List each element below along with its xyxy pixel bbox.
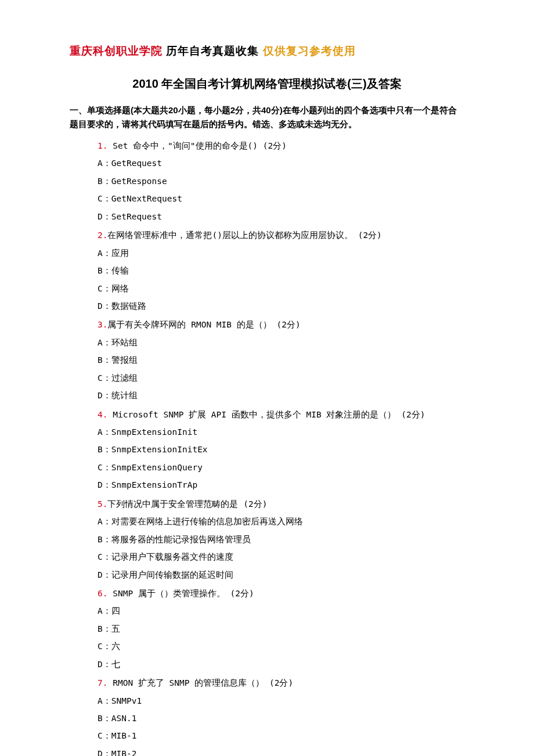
option-line: D：SnmpExtensionTrAp bbox=[98, 476, 464, 494]
option-line: B：GetResponse bbox=[98, 172, 464, 190]
option-line: C：六 bbox=[98, 638, 464, 655]
question-block: 7. RMON 扩充了 SNMP 的管理信息库（） (2分)A：SNMPv1B：… bbox=[98, 674, 464, 756]
question-stem: 3.属于有关令牌环网的 RMON MIB 的是（） (2分) bbox=[98, 316, 464, 333]
option-line: A：应用 bbox=[98, 244, 464, 262]
option-line: B：ASN.1 bbox=[98, 710, 464, 727]
question-block: 2.在网络管理标准中，通常把()层以上的协议都称为应用层协议。 (2分)A：应用… bbox=[98, 226, 464, 315]
option-line: A：GetRequest bbox=[98, 154, 464, 172]
section-instructions: 一、单项选择题(本大题共20小题，每小题2分，共40分)在每小题列出的四个备选项… bbox=[70, 103, 464, 131]
college-name: 重庆科创职业学院 bbox=[70, 45, 163, 57]
question-text: 属于有关令牌环网的 RMON MIB 的是（） (2分) bbox=[107, 320, 300, 329]
question-block: 4. Microsoft SNMP 扩展 API 函数中，提供多个 MIB 对象… bbox=[98, 406, 464, 494]
question-text: RMON 扩充了 SNMP 的管理信息库（） (2分) bbox=[107, 678, 293, 687]
header-mid: 历年自考真题收集 bbox=[163, 45, 263, 57]
question-stem: 4. Microsoft SNMP 扩展 API 函数中，提供多个 MIB 对象… bbox=[98, 406, 464, 423]
option-line: A：SnmpExtensionInit bbox=[98, 423, 464, 441]
option-line: A：四 bbox=[98, 602, 464, 620]
question-text: 在网络管理标准中，通常把()层以上的协议都称为应用层协议。 (2分) bbox=[107, 231, 381, 240]
option-line: B：SnmpExtensionInitEx bbox=[98, 441, 464, 458]
option-line: D：MIB-2 bbox=[98, 745, 464, 756]
option-line: D：记录用户间传输数据的延迟时间 bbox=[98, 566, 464, 584]
option-line: C：SnmpExtensionQuery bbox=[98, 459, 464, 476]
question-block: 5.下列情况中属于安全管理范畴的是 (2分)A：对需要在网络上进行传输的信息加密… bbox=[98, 495, 464, 584]
option-line: C：过滤组 bbox=[98, 369, 464, 387]
option-line: C：GetNextRequest bbox=[98, 190, 464, 207]
option-line: D：SetRequest bbox=[98, 208, 464, 225]
option-line: B：传输 bbox=[98, 262, 464, 279]
option-line: D：数据链路 bbox=[98, 297, 464, 315]
header-note: 仅供复习参考使用 bbox=[263, 45, 356, 57]
document-page: 重庆科创职业学院 历年自考真题收集 仅供复习参考使用 2010 年全国自考计算机… bbox=[0, 0, 534, 756]
question-number: 3. bbox=[98, 320, 107, 329]
question-number: 6. bbox=[98, 589, 107, 598]
option-line: A：SNMPv1 bbox=[98, 692, 464, 710]
option-line: B：将服务器的性能记录报告网络管理员 bbox=[98, 531, 464, 548]
question-number: 5. bbox=[98, 499, 107, 509]
question-text: SNMP 属于（）类管理操作。 (2分) bbox=[107, 589, 254, 598]
question-text: Microsoft SNMP 扩展 API 函数中，提供多个 MIB 对象注册的… bbox=[107, 410, 425, 419]
question-block: 3.属于有关令牌环网的 RMON MIB 的是（） (2分)A：环站组B：警报组… bbox=[98, 316, 464, 404]
question-number: 1. bbox=[98, 141, 107, 150]
option-line: C：MIB-1 bbox=[98, 727, 464, 744]
college-header: 重庆科创职业学院 历年自考真题收集 仅供复习参考使用 bbox=[70, 44, 464, 59]
questions-list: 1. Set 命令中，"询问"使用的命令是() (2分)A：GetRequest… bbox=[70, 137, 464, 756]
question-text: 下列情况中属于安全管理范畴的是 (2分) bbox=[107, 499, 267, 509]
question-block: 6. SNMP 属于（）类管理操作。 (2分)A：四B：五C：六D：七 bbox=[98, 585, 464, 673]
option-line: A：对需要在网络上进行传输的信息加密后再送入网络 bbox=[98, 513, 464, 530]
question-number: 7. bbox=[98, 678, 107, 687]
question-number: 4. bbox=[98, 410, 107, 419]
option-line: A：环站组 bbox=[98, 334, 464, 351]
option-line: C：网络 bbox=[98, 280, 464, 297]
question-stem: 2.在网络管理标准中，通常把()层以上的协议都称为应用层协议。 (2分) bbox=[98, 226, 464, 244]
option-line: B：五 bbox=[98, 620, 464, 638]
question-stem: 7. RMON 扩充了 SNMP 的管理信息库（） (2分) bbox=[98, 674, 464, 692]
option-line: C：记录用户下载服务器文件的速度 bbox=[98, 548, 464, 566]
question-text: Set 命令中，"询问"使用的命令是() (2分) bbox=[107, 141, 287, 150]
option-line: D：七 bbox=[98, 656, 464, 673]
question-number: 2. bbox=[98, 231, 107, 240]
option-line: B：警报组 bbox=[98, 351, 464, 369]
option-line: D：统计组 bbox=[98, 387, 464, 404]
document-title: 2010 年全国自考计算机网络管理模拟试卷(三)及答案 bbox=[70, 76, 464, 92]
question-stem: 6. SNMP 属于（）类管理操作。 (2分) bbox=[98, 585, 464, 602]
question-stem: 1. Set 命令中，"询问"使用的命令是() (2分) bbox=[98, 137, 464, 154]
question-block: 1. Set 命令中，"询问"使用的命令是() (2分)A：GetRequest… bbox=[98, 137, 464, 225]
question-stem: 5.下列情况中属于安全管理范畴的是 (2分) bbox=[98, 495, 464, 513]
